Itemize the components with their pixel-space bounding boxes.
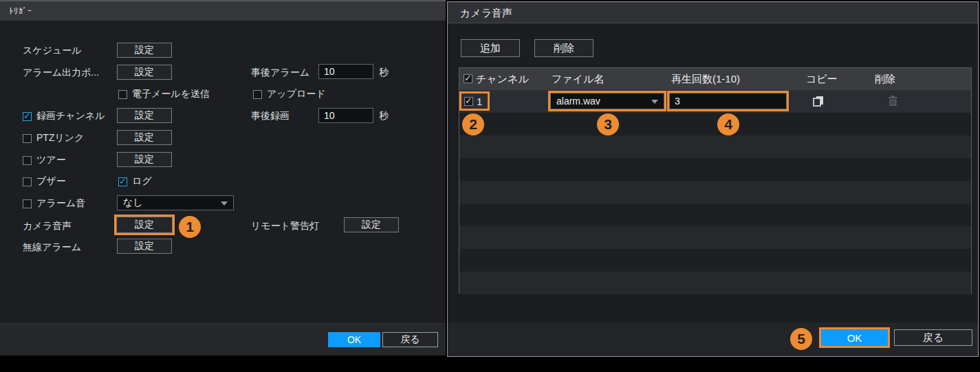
chevron-down-icon — [221, 201, 228, 206]
send-email-checkbox[interactable]: 電子メールを送信 — [118, 88, 210, 100]
select-all-checkbox[interactable] — [464, 74, 472, 83]
file-name-highlight: alarm.wav — [548, 91, 666, 111]
step-3-badge: 3 — [597, 113, 619, 135]
camera-audio-back-button[interactable]: 戻る — [894, 329, 972, 346]
row-checkbox[interactable] — [464, 97, 473, 106]
ptz-link-label: PTZリンク — [36, 132, 84, 144]
alarm-tone-dropdown[interactable]: なし — [117, 195, 234, 210]
post-alarm-input[interactable] — [318, 64, 373, 79]
buzzer-checkbox[interactable]: ブザー — [23, 175, 66, 188]
ptz-link-checkbox[interactable]: PTZリンク — [23, 132, 84, 144]
schedule-settings-button[interactable]: 設定 — [117, 43, 172, 58]
step-2-badge: 2 — [462, 113, 484, 135]
camera-audio-titlebar: カメラ音声 — [448, 2, 978, 23]
copy-icon[interactable] — [812, 94, 825, 108]
camera-audio-ok-button[interactable]: OK — [821, 329, 888, 346]
empty-row — [459, 272, 971, 294]
add-button[interactable]: 追加 — [461, 39, 520, 57]
log-checkbox-box[interactable] — [118, 177, 127, 186]
header-file-name: ファイル名 — [552, 73, 604, 86]
step-5-badge: 5 — [790, 328, 812, 350]
header-play-count: 再生回数(1-10) — [671, 73, 740, 86]
row-channel: 1 — [477, 96, 482, 107]
header-channel: チャンネル — [476, 73, 529, 86]
play-count-input[interactable] — [669, 93, 787, 109]
ok-highlight: OK — [819, 327, 890, 348]
alarm-tone-value: なし — [123, 197, 143, 209]
empty-row — [459, 204, 971, 226]
file-name-value: alarm.wav — [556, 96, 600, 107]
ptz-link-checkbox-box[interactable] — [23, 134, 32, 143]
record-channel-label: 録画チャンネル — [36, 110, 105, 122]
send-email-checkbox-box[interactable] — [118, 90, 127, 99]
step-4-badge: 4 — [717, 113, 739, 135]
file-name-dropdown[interactable]: alarm.wav — [550, 93, 664, 109]
wireless-alarm-label: 無線アラーム — [23, 241, 81, 254]
header-delete: 削除 — [875, 73, 895, 86]
tour-checkbox-box[interactable] — [23, 156, 32, 165]
post-record-input[interactable] — [318, 108, 373, 123]
table-row: 1 alarm.wav — [459, 90, 971, 113]
post-record-label: 事後録画 — [251, 110, 290, 122]
empty-row — [459, 158, 971, 181]
alarm-output-settings-button[interactable]: 設定 — [117, 65, 172, 80]
delete-button[interactable]: 削除 — [534, 39, 594, 57]
camera-audio-dialog-title: カメラ音声 — [460, 7, 512, 20]
trigger-back-button[interactable]: 戻る — [382, 332, 438, 347]
upload-checkbox[interactable]: アップロード — [253, 88, 326, 100]
schedule-label: スケジュール — [23, 45, 82, 57]
camera-audio-settings-button[interactable]: 設定 — [116, 217, 173, 233]
upload-checkbox-box[interactable] — [253, 90, 262, 99]
screen: ﾄﾘｶﾞｰ スケジュール 設定 アラーム出力ポ... 設定 事後アラーム 秒 電… — [0, 0, 980, 372]
alarm-tone-checkbox[interactable]: アラーム音 — [23, 197, 85, 210]
buzzer-checkbox-box[interactable] — [23, 177, 32, 186]
tour-checkbox[interactable]: ツアー — [23, 154, 66, 166]
step-1-badge: 1 — [179, 216, 201, 238]
audio-table-header: チャンネル ファイル名 再生回数(1-10) コピー 削除 — [459, 68, 971, 90]
remote-warning-light-label: リモート警告灯 — [251, 220, 319, 232]
empty-row — [459, 181, 971, 204]
post-alarm-label: 事後アラーム — [251, 67, 309, 79]
audio-table: チャンネル ファイル名 再生回数(1-10) コピー 削除 1 alarm.wa… — [459, 67, 972, 294]
tour-settings-button[interactable]: 設定 — [117, 152, 172, 167]
empty-row — [459, 113, 971, 135]
header-copy: コピー — [806, 73, 838, 86]
send-email-label: 電子メールを送信 — [132, 88, 210, 100]
camera-audio-highlight: 設定 — [114, 215, 175, 235]
record-channel-checkbox-box[interactable] — [23, 112, 32, 121]
camera-audio-label: カメラ音声 — [23, 220, 72, 232]
trigger-panel: ﾄﾘｶﾞｰ スケジュール 設定 アラーム出力ポ... 設定 事後アラーム 秒 電… — [0, 0, 446, 355]
post-alarm-seconds-label: 秒 — [379, 67, 389, 79]
chevron-down-icon — [651, 100, 658, 104]
log-label: ログ — [132, 175, 152, 188]
remote-warning-light-settings-button[interactable]: 設定 — [344, 217, 399, 232]
record-channel-checkbox[interactable]: 録画チャンネル — [23, 110, 105, 122]
wireless-alarm-settings-button[interactable]: 設定 — [117, 239, 172, 254]
empty-row — [459, 249, 971, 272]
trigger-ok-button[interactable]: OK — [328, 332, 380, 347]
empty-row — [459, 226, 971, 249]
play-count-highlight — [667, 91, 789, 111]
log-checkbox[interactable]: ログ — [118, 175, 152, 188]
trigger-titlebar: ﾄﾘｶﾞｰ — [0, 0, 446, 21]
upload-label: アップロード — [267, 88, 326, 100]
post-record-seconds-label: 秒 — [379, 110, 389, 122]
alarm-output-label: アラーム出力ポ... — [23, 67, 99, 79]
camera-audio-dialog: カメラ音声 追加 削除 チャンネル ファイル名 再生回数(1-10) コピー 削… — [447, 1, 979, 357]
ptz-link-settings-button[interactable]: 設定 — [117, 130, 172, 145]
alarm-tone-label: アラーム音 — [36, 197, 85, 210]
record-channel-settings-button[interactable]: 設定 — [117, 108, 172, 123]
tour-label: ツアー — [36, 154, 66, 166]
empty-row — [459, 135, 971, 158]
alarm-tone-checkbox-box[interactable] — [23, 199, 32, 208]
trigger-title: ﾄﾘｶﾞｰ — [9, 6, 32, 16]
buzzer-label: ブザー — [36, 175, 66, 188]
channel-highlight: 1 — [459, 91, 490, 111]
trash-icon[interactable] — [886, 94, 900, 108]
